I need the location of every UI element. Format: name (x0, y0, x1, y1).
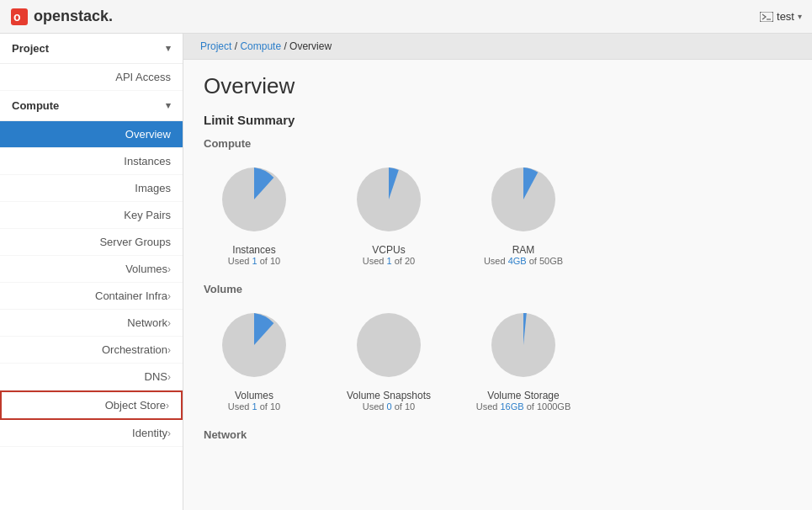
user-menu[interactable]: test ▾ (760, 10, 802, 23)
vcpus-pie-chart (351, 162, 427, 237)
chart-volumes: Volumes Used 1 of 10 (204, 307, 305, 412)
vcpus-chart-usage: Used 1 of 20 (363, 256, 415, 266)
volume-storage-pie-chart (486, 307, 561, 383)
ram-pie-chart (486, 162, 561, 237)
breadcrumb-overview: Overview (289, 40, 332, 52)
chart-ram: RAM Used 4GB of 50GB (473, 162, 574, 266)
volume-snapshots-pie-chart (351, 307, 427, 383)
page-title: Overview (204, 73, 792, 99)
sidebar-project-label: Project (12, 42, 49, 55)
api-access-label: API Access (115, 71, 171, 83)
sidebar-project-header[interactable]: Project ▾ (0, 34, 183, 64)
volume-charts-row: Volumes Used 1 of 10 Volume Snapshots Us… (204, 307, 792, 412)
terminal-icon (760, 12, 773, 22)
ram-chart-label: RAM (512, 244, 535, 256)
sidebar-item-volumes[interactable]: Volumes › (0, 256, 183, 283)
volumes-used-value: 1 (252, 401, 257, 412)
instances-pie-chart (216, 162, 292, 237)
sidebar-compute-label: Compute (12, 99, 59, 112)
sidebar-item-dns[interactable]: DNS › (0, 364, 183, 390)
container-infra-arrow-icon: › (167, 290, 171, 302)
dns-arrow-icon: › (167, 371, 171, 383)
volume-storage-chart-label: Volume Storage (487, 390, 559, 401)
content-area: Project / Compute / Overview Overview Li… (183, 34, 812, 510)
volume-storage-used-value: 16GB (500, 401, 523, 412)
volumes-arrow-icon: › (167, 263, 171, 275)
svg-point-8 (357, 313, 421, 377)
volumes-label: Volumes (12, 263, 167, 275)
breadcrumb-project[interactable]: Project (200, 40, 231, 52)
instances-label: Instances (124, 155, 171, 167)
sidebar-item-orchestration[interactable]: Orchestration › (0, 337, 183, 364)
sidebar-item-server-groups[interactable]: Server Groups (0, 229, 183, 256)
container-infra-label: Container Infra (12, 290, 167, 302)
ram-chart-usage: Used 4GB of 50GB (484, 256, 563, 266)
volume-snapshots-chart-label: Volume Snapshots (347, 390, 431, 401)
volumes-chart-label: Volumes (235, 390, 273, 401)
sidebar-item-images[interactable]: Images (0, 175, 183, 202)
sidebar: Project ▾ API Access Compute ▾ Overview … (0, 34, 183, 510)
logo-text: openstack. (34, 8, 113, 25)
overview-label: Overview (125, 128, 171, 141)
project-chevron-icon: ▾ (166, 43, 171, 54)
volume-section-title: Volume (204, 283, 792, 295)
topbar: o openstack. test ▾ (0, 0, 812, 34)
object-store-label: Object Store (13, 399, 166, 412)
sidebar-item-network[interactable]: Network › (0, 310, 183, 337)
orchestration-arrow-icon: › (167, 344, 171, 356)
volume-storage-chart-usage: Used 16GB of 1000GB (476, 401, 571, 412)
volumes-pie-chart (216, 307, 292, 383)
volumes-chart-usage: Used 1 of 10 (228, 401, 280, 412)
network-label: Network (12, 316, 167, 329)
sidebar-item-object-store[interactable]: Object Store › (0, 390, 183, 420)
compute-section-title: Compute (204, 137, 792, 150)
user-dropdown-icon: ▾ (798, 12, 802, 21)
network-section-title: Network (204, 428, 792, 441)
sidebar-item-key-pairs[interactable]: Key Pairs (0, 202, 183, 229)
dns-label: DNS (12, 370, 167, 383)
sidebar-item-api-access[interactable]: API Access (0, 64, 183, 91)
orchestration-label: Orchestration (12, 343, 167, 356)
compute-charts-row: Instances Used 1 of 10 VCPUs Used 1 of 2… (204, 162, 792, 266)
breadcrumb-compute[interactable]: Compute (240, 40, 281, 52)
limit-summary-title: Limit Summary (204, 113, 792, 127)
chart-vcpus: VCPUs Used 1 of 20 (338, 162, 439, 266)
vcpus-chart-label: VCPUs (372, 244, 405, 256)
sidebar-item-container-infra[interactable]: Container Infra › (0, 283, 183, 310)
images-label: Images (135, 182, 171, 194)
user-label: test (777, 10, 794, 23)
chart-volume-snapshots: Volume Snapshots Used 0 of 10 (338, 307, 439, 412)
breadcrumb: Project / Compute / Overview (183, 34, 812, 60)
logo: o openstack. (10, 8, 113, 26)
sidebar-item-identity[interactable]: Identity › (0, 420, 183, 447)
instances-chart-usage: Used 1 of 10 (228, 256, 280, 266)
svg-text:o: o (13, 10, 21, 24)
sidebar-item-instances[interactable]: Instances (0, 148, 183, 175)
openstack-logo-icon: o (10, 8, 29, 26)
identity-arrow-icon: › (167, 428, 171, 439)
compute-chevron-icon: ▾ (166, 100, 171, 111)
ram-used-value: 4GB (508, 256, 527, 266)
volume-snapshots-chart-usage: Used 0 of 10 (363, 401, 415, 412)
sidebar-item-overview[interactable]: Overview (0, 121, 183, 148)
object-store-arrow-icon: › (166, 400, 169, 412)
key-pairs-label: Key Pairs (124, 209, 171, 221)
server-groups-label: Server Groups (99, 236, 171, 248)
network-arrow-icon: › (167, 317, 171, 329)
vcpus-used-value: 1 (387, 256, 392, 266)
volume-snapshots-used-value: 0 (387, 401, 392, 412)
instances-used-value: 1 (252, 256, 257, 266)
chart-volume-storage: Volume Storage Used 16GB of 1000GB (473, 307, 574, 412)
identity-label: Identity (12, 427, 167, 439)
instances-chart-label: Instances (232, 244, 275, 256)
chart-instances: Instances Used 1 of 10 (204, 162, 305, 266)
sidebar-compute-header[interactable]: Compute ▾ (0, 91, 183, 121)
